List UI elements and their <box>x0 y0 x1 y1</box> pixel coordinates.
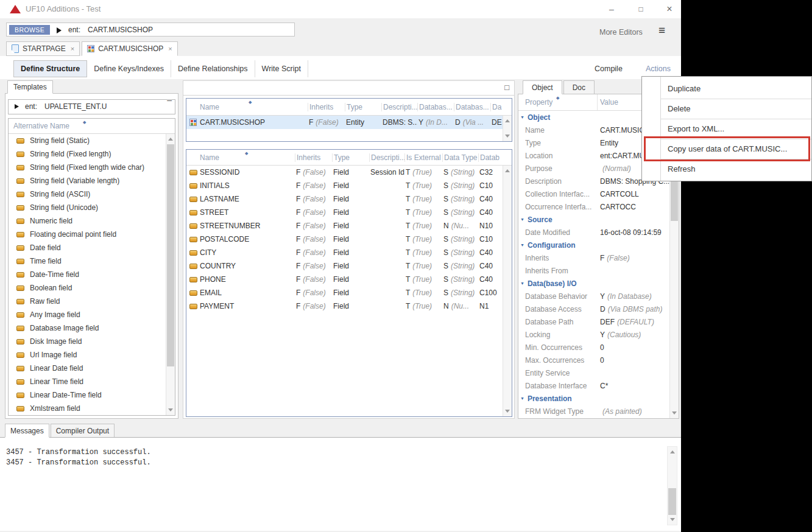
field-row-sessionid[interactable]: SESSIONIDF(False)FieldSession IdT(True)S… <box>186 166 503 179</box>
property-row-occurrence-interfa[interactable]: Occurrence Interfa...CARTOCC <box>518 200 669 213</box>
minimize-button[interactable]: – <box>604 2 619 16</box>
property-row-database-access[interactable]: Database AccessD(Via DBMS path) <box>518 303 669 315</box>
more-editors-button[interactable]: More Editors <box>599 28 643 37</box>
entity-table-header[interactable]: ◆ Name Inherits Type Descripti... Databa… <box>186 99 512 116</box>
property-row-min-occurrences[interactable]: Min. Occurrences0 <box>518 341 669 354</box>
scroll-down-icon[interactable] <box>670 518 675 521</box>
col-description[interactable]: Descripti... <box>381 103 417 111</box>
menu-item-delete[interactable]: Delete <box>642 99 811 119</box>
template-item-string-field-unicode[interactable]: String field (Unicode) <box>9 201 166 214</box>
maximize-button[interactable]: □ <box>634 2 648 16</box>
template-item-boolean-field[interactable]: Boolean field <box>9 281 166 295</box>
property-row-inherits[interactable]: InheritsF(False) <box>518 251 669 264</box>
collapse-icon[interactable]: ▼ <box>520 217 524 222</box>
breadcrumb-object-name[interactable]: CART.MUSICSHOP <box>88 26 153 34</box>
col-inherits[interactable]: Inherits <box>295 153 332 162</box>
scrollbar-thumb[interactable] <box>668 488 676 515</box>
browse-button[interactable]: BROWSE <box>9 25 50 35</box>
tab-startpage[interactable]: STARTPAGE × <box>6 41 80 56</box>
scroll-down-icon[interactable] <box>672 411 677 415</box>
close-tab-icon[interactable]: × <box>71 45 74 52</box>
menu-item-refresh[interactable]: Refresh <box>642 159 811 179</box>
template-item-date-time-field[interactable]: Date-Time field <box>9 268 166 281</box>
templates-column-header[interactable]: Alternative Name ◆ <box>9 119 175 134</box>
menu-item-duplicate[interactable]: Duplicate <box>642 79 811 99</box>
collapse-icon[interactable]: ▼ <box>520 281 524 285</box>
field-row-email[interactable]: EMAILF(False)FieldT(True)S(String)C100 <box>186 286 503 299</box>
tab-object[interactable]: Object <box>523 80 562 94</box>
tab-templates[interactable]: Templates <box>7 80 53 94</box>
scroll-up-icon[interactable] <box>505 119 510 122</box>
panel-maximize-icon[interactable]: □ <box>504 83 509 92</box>
template-item-string-field-static[interactable]: String field (Static) <box>9 134 166 147</box>
property-row-frm-widget-type[interactable]: FRM Widget Type(As painted) <box>518 405 669 418</box>
template-item-date-field[interactable]: Date field <box>9 241 166 254</box>
tab-define-keys-indexes[interactable]: Define Keys/Indexes <box>87 60 171 77</box>
field-row-street[interactable]: STREETF(False)FieldT(True)S(String)C40 <box>186 206 503 219</box>
field-row-lastname[interactable]: LASTNAMEF(False)FieldT(True)S(String)C40 <box>186 192 503 206</box>
col-inherits[interactable]: Inherits <box>308 103 345 111</box>
property-row-entity-service[interactable]: Entity Service <box>518 366 669 379</box>
compile-button[interactable]: Compile <box>595 65 623 73</box>
menu-item-copy-user-data-of-cart-music-highlighted[interactable]: Copy user data of CART.MUSIC... <box>642 139 811 159</box>
template-item-numeric-field[interactable]: Numeric field <box>9 214 166 228</box>
scroll-down-icon[interactable] <box>505 135 510 138</box>
col-database-3[interactable]: Da <box>490 103 512 111</box>
property-row-max-occurrences[interactable]: Max. Occurrences0 <box>518 354 669 366</box>
property-section-source[interactable]: ▼Source <box>518 213 669 226</box>
tab-define-relationships[interactable]: Define Relationships <box>171 60 255 77</box>
template-item-any-image-field[interactable]: Any Image field <box>9 308 166 321</box>
template-item-time-field[interactable]: Time field <box>9 254 166 268</box>
template-item-raw-field[interactable]: Raw field <box>9 295 166 308</box>
col-name[interactable]: Name <box>199 103 308 111</box>
template-item-string-field-fixed-length[interactable]: String field (Fixed length) <box>9 147 166 161</box>
property-row-inherits-from[interactable]: Inherits From <box>518 264 669 277</box>
scroll-up-icon[interactable] <box>168 138 173 141</box>
field-row-phone[interactable]: PHONEF(False)FieldT(True)S(String)C40 <box>186 273 503 286</box>
property-row-database-behavior[interactable]: Database BehaviorY(In Database) <box>518 290 669 303</box>
templates-scrollbar[interactable] <box>166 134 175 415</box>
template-item-floating-decimal-point-field[interactable]: Floating decimal point field <box>9 228 166 241</box>
hamburger-menu-icon[interactable]: ≡ <box>658 24 665 37</box>
property-section-configuration[interactable]: ▼Configuration <box>518 239 669 251</box>
template-item-url-image-field[interactable]: Url Image field <box>9 348 166 362</box>
field-table-header[interactable]: ◆ Name Inherits Type Descripti... Is Ext… <box>186 150 512 166</box>
field-table-scrollbar[interactable] <box>503 166 512 416</box>
tab-write-script[interactable]: Write Script <box>255 60 308 77</box>
field-row-city[interactable]: CITYF(False)FieldT(True)S(String)C40 <box>186 246 503 259</box>
col-type[interactable]: Type <box>345 103 381 111</box>
col-database[interactable]: Datab <box>478 153 512 162</box>
col-property[interactable]: Property <box>525 98 553 107</box>
template-item-database-image-field[interactable]: Database Image field <box>9 321 166 335</box>
col-database-1[interactable]: Databas... <box>417 103 454 111</box>
field-row-postalcode[interactable]: POSTALCODEF(False)FieldT(True)S(String)C… <box>186 233 503 246</box>
template-item-disk-image-field[interactable]: Disk Image field <box>9 335 166 348</box>
close-tab-icon[interactable]: × <box>168 45 172 52</box>
col-type[interactable]: Type <box>332 153 369 162</box>
tab-messages[interactable]: Messages <box>5 424 49 438</box>
col-data-type[interactable]: Data Type <box>442 153 478 162</box>
field-row-initials[interactable]: INITIALSF(False)FieldT(True)S(String)C10 <box>186 179 503 192</box>
collapse-icon[interactable]: ▼ <box>520 115 524 119</box>
template-item-linear-date-field[interactable]: Linear Date field <box>9 362 166 375</box>
scroll-up-icon[interactable] <box>505 169 510 172</box>
close-button[interactable]: × <box>662 2 677 16</box>
template-entity-picker[interactable]: ent: UPALETTE_ENT.U <box>8 99 175 114</box>
field-row-payment[interactable]: PAYMENTF(False)FieldT(True)N(Nu...N1 <box>186 299 503 313</box>
scroll-down-icon[interactable] <box>168 408 173 411</box>
scroll-down-icon[interactable] <box>505 410 510 413</box>
template-item-linear-time-field[interactable]: Linear Time field <box>9 375 166 388</box>
entity-table-scrollbar[interactable] <box>503 116 512 141</box>
property-section-data-base-i-o[interactable]: ▼Data(base) I/O <box>518 277 669 290</box>
template-item-string-field-variable-length[interactable]: String field (Variable length) <box>9 174 166 187</box>
tab-cart-musicshop[interactable]: CART.MUSICSHOP × <box>82 41 178 56</box>
col-database-2[interactable]: Databas... <box>454 103 490 111</box>
field-row-country[interactable]: COUNTRYF(False)FieldT(True)S(String)C40 <box>186 259 503 273</box>
property-row-collection-interfac[interactable]: Collection Interfac...CARTCOLL <box>518 187 669 200</box>
messages-scrollbar[interactable] <box>667 446 677 525</box>
col-value[interactable]: Value <box>600 98 618 107</box>
collapse-icon[interactable]: ▼ <box>520 243 524 247</box>
col-is-external[interactable]: Is External <box>404 153 442 162</box>
field-row-streetnumber[interactable]: STREETNUMBERF(False)FieldT(True)N(Nu...N… <box>186 219 503 233</box>
template-item-xmlstream-field[interactable]: Xmlstream field <box>9 402 166 415</box>
